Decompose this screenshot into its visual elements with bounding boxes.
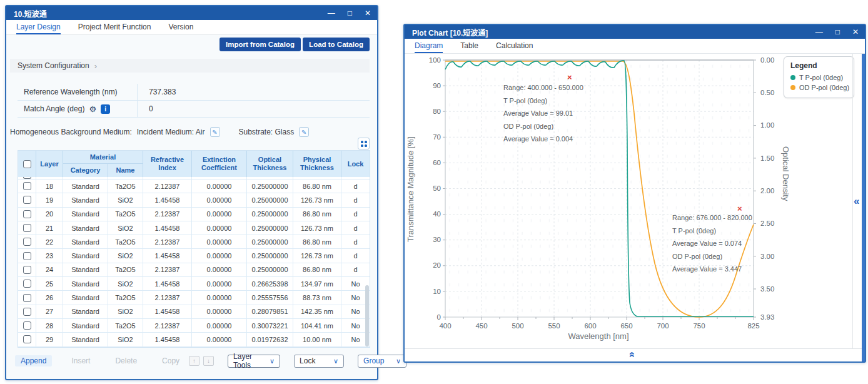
cell-optical-thickness: 0.25000000 — [247, 193, 293, 207]
reference-wavelength-value[interactable]: 737.383 — [138, 88, 370, 96]
cell-refractive-index: 2.12387 — [143, 319, 192, 333]
legend-title: Legend — [790, 61, 847, 70]
tab-diagram[interactable]: Diagram — [415, 39, 443, 53]
cell-lock: d — [341, 263, 370, 277]
tab-version[interactable]: Version — [168, 20, 193, 34]
row-checkbox[interactable] — [23, 210, 31, 218]
table-row[interactable]: 18 Standard Ta2O5 2.12387 0.00000 0.2500… — [18, 179, 370, 193]
right-window-title: Plot Chart [10.短波通] — [412, 27, 815, 38]
match-angle-value[interactable]: 0 — [138, 104, 370, 113]
row-checkbox[interactable] — [23, 335, 31, 343]
row-checkbox[interactable] — [23, 280, 31, 288]
cell-refractive-index: 1.45458 — [143, 305, 192, 319]
xtick: 400 — [433, 322, 458, 330]
annotation-line: Average Value = 0.004 — [503, 133, 583, 146]
right-panel-handle[interactable] — [862, 54, 865, 361]
table-row[interactable]: 19 Standard SiO2 1.45458 0.00000 0.25000… — [18, 193, 370, 207]
xtick: 450 — [469, 322, 494, 330]
cell-category: Standard — [63, 193, 108, 207]
legend: Legend T P-pol (0deg) OD P-pol (0deg) — [784, 56, 854, 98]
group-dropdown[interactable]: Group ∨ — [358, 355, 406, 368]
row-checkbox[interactable] — [23, 252, 31, 260]
row-checkbox[interactable] — [23, 266, 31, 274]
legend-item: T P-pol (0deg) — [790, 73, 847, 83]
edit-substrate-icon[interactable]: ✎ — [299, 127, 309, 137]
tab-table[interactable]: Table — [460, 39, 478, 53]
row-checkbox[interactable] — [23, 321, 31, 330]
delete-button[interactable]: Delete — [109, 355, 143, 366]
edit-incident-icon[interactable]: ✎ — [210, 127, 220, 137]
row-checkbox[interactable] — [23, 238, 31, 246]
cell-name: SiO2 — [108, 221, 143, 235]
maximize-icon[interactable]: □ — [835, 25, 840, 39]
collapse-up-icon[interactable]: « — [626, 349, 638, 360]
table-row[interactable]: 29 Standard SiO2 1.45458 0.00000 0.01972… — [18, 333, 370, 346]
tab-project-merit-function[interactable]: Project Merit Function — [78, 20, 151, 34]
move-up-button[interactable]: ↑ — [189, 356, 199, 366]
table-row[interactable]: 27 Standard SiO2 1.45458 0.00000 0.28079… — [18, 305, 370, 319]
cell-refractive-index: 1.45458 — [143, 221, 192, 235]
cell-category: Standard — [63, 235, 108, 249]
append-button[interactable]: Append — [15, 355, 52, 366]
y-axis-left-title: Transmittance Magnitude [%] — [406, 124, 415, 255]
cell-refractive-index: 2.12387 — [143, 291, 192, 305]
minimize-icon[interactable]: — — [328, 6, 335, 20]
copy-button[interactable]: Copy — [156, 355, 185, 366]
cell-name: SiO2 — [108, 193, 143, 207]
insert-button[interactable]: Insert — [66, 355, 96, 366]
lock-dropdown[interactable]: Lock ∨ — [294, 355, 344, 368]
incident-medium-label: Incident Medium: Air — [137, 128, 205, 136]
table-row[interactable]: 24 Standard Ta2O5 2.12387 0.00000 0.2500… — [18, 263, 370, 277]
table-row[interactable]: 25 Standard SiO2 1.45458 0.00000 0.26625… — [18, 277, 370, 291]
import-from-catalog-button[interactable]: Import from Catalog — [220, 38, 301, 51]
tab-calculation[interactable]: Calculation — [496, 39, 533, 53]
move-down-button[interactable]: ↓ — [203, 356, 214, 366]
table-row[interactable]: 22 Standard Ta2O5 2.12387 0.00000 0.2500… — [18, 235, 370, 249]
maximize-icon[interactable]: □ — [348, 6, 352, 20]
cell-extinction-coefficient: 0.00000 — [192, 179, 247, 193]
system-configuration-bar[interactable]: System Configuration › — [10, 59, 370, 73]
chevron-right-icon: › — [94, 61, 97, 71]
cell-category: Standard — [63, 179, 108, 193]
cell-category: Standard — [63, 319, 108, 333]
background-medium-line: Homogeneous Background Medium: Incident … — [10, 127, 309, 137]
close-icon[interactable]: ✕ — [852, 25, 859, 39]
cell-lock: d — [341, 208, 370, 221]
close-icon[interactable]: ✕ — [365, 6, 371, 20]
cell-physical-thickness: 134.97 nm — [293, 277, 341, 291]
header-physical-thickness: Physical Thickness — [293, 151, 341, 177]
left-window-title: 10.短波通 — [14, 8, 328, 19]
minimize-icon[interactable]: — — [815, 25, 823, 39]
annotation-close-icon[interactable]: × — [567, 73, 572, 81]
row-checkbox[interactable] — [23, 182, 31, 190]
cell-layer: 28 — [36, 319, 63, 333]
cell-category: Standard — [63, 263, 108, 277]
row-checkbox[interactable] — [23, 224, 31, 232]
load-to-catalog-button[interactable]: Load to Catalog — [303, 38, 370, 51]
table-view-options-button[interactable] — [358, 138, 370, 149]
tab-layer-design[interactable]: Layer Design — [16, 20, 61, 34]
cell-name: Ta2O5 — [108, 179, 143, 193]
cell-layer: 26 — [36, 291, 63, 305]
table-row[interactable]: 23 Standard SiO2 1.45458 0.00000 0.25000… — [18, 249, 370, 263]
table-row[interactable]: 26 Standard Ta2O5 2.12387 0.00000 0.2555… — [18, 291, 370, 305]
legend-label: T P-pol (0deg) — [799, 73, 843, 83]
row-checkbox[interactable] — [23, 294, 31, 302]
table-row[interactable]: 21 Standard SiO2 1.45458 0.00000 0.25000… — [18, 221, 370, 235]
annotation-line: OD P-pol (0deg) — [672, 250, 752, 263]
collapse-left-icon[interactable]: « — [854, 195, 859, 208]
cell-name: SiO2 — [108, 277, 143, 291]
info-icon[interactable]: i — [101, 104, 110, 114]
table-scrollbar[interactable] — [365, 285, 369, 346]
header-name: Name — [108, 164, 143, 177]
gear-icon[interactable]: ⚙ — [89, 104, 96, 114]
row-checkbox[interactable] — [23, 308, 31, 316]
chart-area: 100 90 80 70 60 50 40 30 20 10 0 0.00 0.… — [405, 54, 865, 361]
chevron-down-icon: ∨ — [333, 357, 338, 365]
layer-tools-dropdown[interactable]: Layer Tools ∨ — [228, 355, 280, 368]
row-checkbox[interactable] — [23, 196, 31, 204]
table-row[interactable]: 28 Standard Ta2O5 2.12387 0.00000 0.3007… — [18, 319, 370, 333]
table-row[interactable]: 20 Standard Ta2O5 2.12387 0.00000 0.2500… — [18, 208, 370, 221]
select-all-checkbox[interactable] — [23, 160, 31, 168]
chevrons-glyph: « — [626, 351, 638, 357]
